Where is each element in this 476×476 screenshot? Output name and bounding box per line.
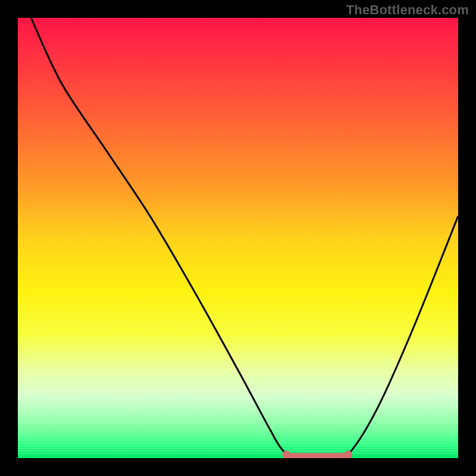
bottleneck-chart bbox=[18, 18, 458, 458]
watermark-text: TheBottleneck.com bbox=[346, 2, 469, 18]
plot-area bbox=[18, 18, 458, 458]
chart-frame: TheBottleneck.com bbox=[0, 0, 476, 476]
gradient-background bbox=[18, 18, 458, 458]
